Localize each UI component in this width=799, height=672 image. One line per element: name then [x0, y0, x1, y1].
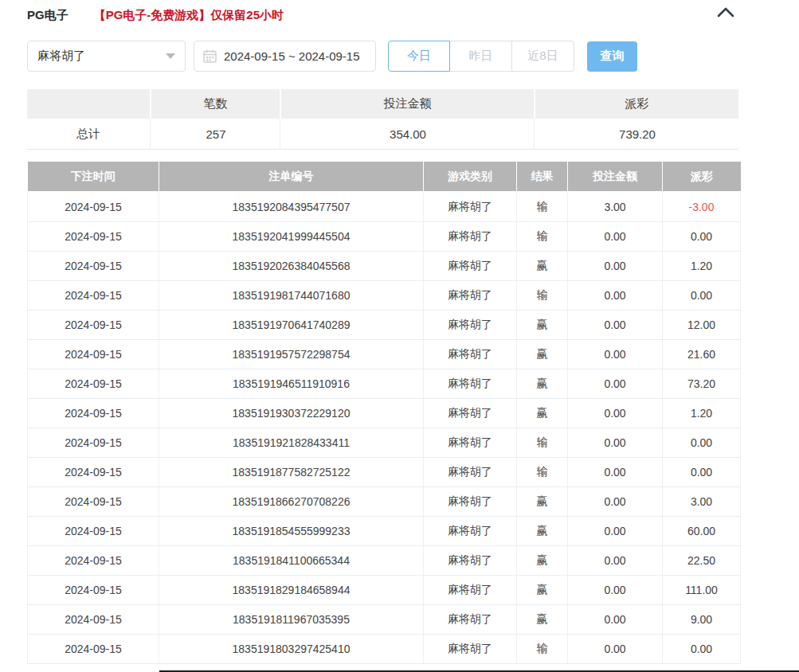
cell-bet-id: 1835191921828433411: [159, 428, 424, 457]
cell-game-type: 麻将胡了: [424, 369, 517, 398]
cell-payout: 21.60: [663, 339, 741, 369]
cell-game-type: 麻将胡了: [424, 486, 517, 516]
cell-payout: 1.20: [663, 398, 741, 428]
cell-bet-amount: 3.00: [568, 192, 663, 221]
cell-payout: 22.50: [663, 545, 741, 575]
cell-payout: 0.00: [663, 634, 741, 663]
cell-bet-date: 2024-09-15: [28, 280, 159, 310]
cell-payout: 0.00: [663, 457, 741, 486]
cell-bet-date: 2024-09-15: [28, 545, 159, 575]
game-select-value: 麻将胡了: [37, 49, 166, 64]
cell-bet-id: 1835191946511910916: [159, 369, 424, 398]
summary-header-bet-amount: 投注金额: [281, 89, 534, 119]
bet-table-body: 2024-09-15 1835192084395477507 麻将胡了 输 3.…: [28, 192, 741, 663]
summary-total-count: 257: [150, 119, 280, 150]
cell-bet-id: 1835191866270708226: [159, 486, 424, 516]
cell-result: 输: [517, 221, 568, 251]
cell-bet-date: 2024-09-15: [28, 457, 159, 486]
cell-result: 赢: [517, 251, 568, 280]
cell-bet-date: 2024-09-15: [28, 251, 159, 280]
cell-result: 赢: [517, 339, 568, 369]
col-payout: 派彩: [663, 162, 741, 192]
cell-payout: 0.00: [663, 280, 741, 310]
betting-records-panel: PG电子 【PG电子-免费游戏】仅保留25小时 麻将胡了: [0, 0, 799, 672]
table-row: 2024-09-15 1835191829184658944 麻将胡了 赢 0.…: [28, 575, 741, 604]
cell-result: 赢: [517, 545, 568, 575]
collapse-button[interactable]: [715, 3, 736, 22]
cell-bet-id: 1835192084395477507: [159, 192, 424, 221]
cell-bet-id: 1835191877582725122: [159, 457, 424, 486]
date-range-picker[interactable]: 2024-09-15 ~ 2024-09-15: [194, 41, 376, 72]
bet-table: 下注时间 注单编号 游戏类别 结果 投注金额 派彩 2024-09-15 183…: [27, 162, 741, 664]
quick-filter-last8days[interactable]: 近8日: [512, 41, 574, 72]
cell-result: 输: [517, 280, 568, 310]
cell-bet-id: 1835191803297425410: [159, 634, 424, 663]
cell-bet-amount: 0.00: [568, 398, 663, 428]
cell-bet-id: 1835191930372229120: [159, 398, 424, 428]
cell-bet-date: 2024-09-15: [28, 428, 159, 457]
table-row: 2024-09-15 1835191854555999233 麻将胡了 赢 0.…: [28, 516, 741, 545]
summary-total-bet-amount: 354.00: [280, 119, 534, 150]
cell-bet-amount: 0.00: [568, 486, 663, 516]
cell-result: 赢: [517, 575, 568, 604]
cell-payout: 73.20: [663, 369, 741, 398]
cell-bet-date: 2024-09-15: [28, 339, 159, 369]
table-row: 2024-09-15 1835191866270708226 麻将胡了 赢 0.…: [28, 486, 741, 516]
search-button[interactable]: 查询: [587, 41, 637, 72]
cell-game-type: 麻将胡了: [424, 251, 517, 280]
cell-bet-id: 1835191829184658944: [159, 575, 424, 604]
cell-payout: 9.00: [663, 604, 741, 634]
cell-bet-id: 1835191811967035395: [159, 604, 424, 634]
col-game-type: 游戏类别: [424, 162, 517, 192]
cell-game-type: 麻将胡了: [424, 545, 517, 575]
col-bet-date: 下注时间: [28, 162, 159, 192]
filter-bar: 麻将胡了 2024-09-15 ~ 2024-09-15 今日 昨日 近8日 查…: [27, 41, 799, 72]
cell-bet-amount: 0.00: [568, 457, 663, 486]
summary-total-label: 总计: [27, 119, 150, 150]
cell-game-type: 麻将胡了: [424, 457, 517, 486]
table-row: 2024-09-15 1835192041999445504 麻将胡了 输 0.…: [28, 221, 741, 251]
col-result: 结果: [517, 162, 568, 192]
summary-header-blank: [27, 89, 150, 119]
cell-game-type: 麻将胡了: [424, 192, 517, 221]
table-row: 2024-09-15 1835191841100665344 麻将胡了 赢 0.…: [28, 545, 741, 575]
cell-game-type: 麻将胡了: [424, 221, 517, 251]
notice-text: 【PG电子-免费游戏】仅保留25小时: [94, 8, 284, 23]
cell-bet-date: 2024-09-15: [28, 398, 159, 428]
summary-header-count: 笔数: [151, 89, 280, 119]
cell-game-type: 麻将胡了: [424, 516, 517, 545]
date-range-value: 2024-09-15 ~ 2024-09-15: [224, 49, 360, 63]
cell-bet-id: 1835192026384045568: [159, 251, 424, 280]
cell-game-type: 麻将胡了: [424, 398, 517, 428]
quick-filter-yesterday[interactable]: 昨日: [450, 41, 512, 72]
quick-filter-today[interactable]: 今日: [388, 41, 450, 72]
cell-game-type: 麻将胡了: [424, 575, 517, 604]
summary-header-payout: 派彩: [535, 89, 738, 119]
game-select[interactable]: 麻将胡了: [27, 41, 186, 72]
cell-bet-amount: 0.00: [568, 516, 663, 545]
cell-game-type: 麻将胡了: [424, 634, 517, 663]
cell-bet-date: 2024-09-15: [28, 604, 159, 634]
cell-payout: -3.00: [663, 192, 741, 221]
caret-down-icon: [166, 53, 175, 59]
cell-game-type: 麻将胡了: [424, 280, 517, 310]
summary-table: 笔数 投注金额 派彩 总计 257 354.00 739.20: [27, 89, 740, 150]
cell-result: 赢: [517, 398, 568, 428]
calendar-icon: [203, 49, 217, 63]
cell-bet-amount: 0.00: [568, 339, 663, 369]
cell-game-type: 麻将胡了: [424, 310, 517, 339]
table-row: 2024-09-15 1835191921828433411 麻将胡了 输 0.…: [28, 428, 741, 457]
cell-result: 赢: [517, 310, 568, 339]
provider-title: PG电子: [27, 8, 69, 23]
col-bet-id: 注单编号: [159, 162, 424, 192]
cell-bet-date: 2024-09-15: [28, 575, 159, 604]
cell-bet-id: 1835192041999445504: [159, 221, 424, 251]
quick-filter-group: 今日 昨日 近8日: [388, 41, 574, 72]
cell-bet-date: 2024-09-15: [28, 192, 159, 221]
cell-bet-date: 2024-09-15: [28, 516, 159, 545]
cell-bet-amount: 0.00: [568, 251, 663, 280]
cell-bet-amount: 0.00: [568, 575, 663, 604]
cell-payout: 0.00: [663, 428, 741, 457]
cell-payout: 12.00: [663, 310, 741, 339]
cell-bet-id: 1835191957572298754: [159, 339, 424, 369]
